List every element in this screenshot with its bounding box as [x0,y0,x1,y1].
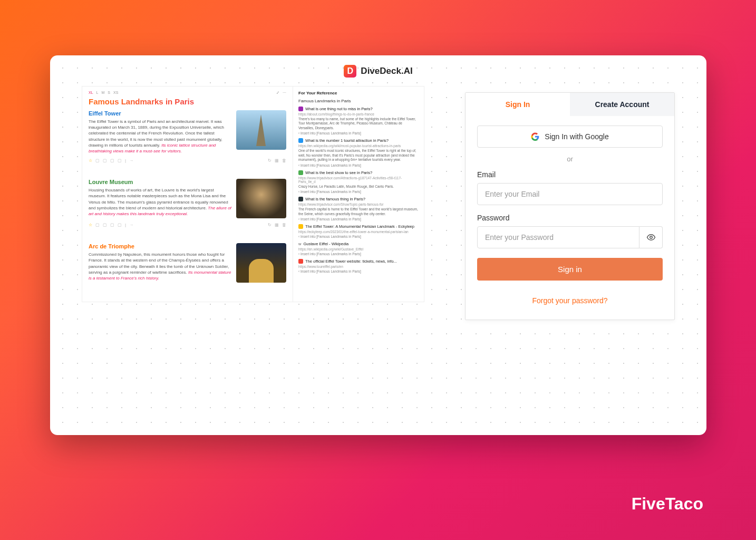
size-tab-xs[interactable]: XS [113,91,118,95]
reference-question: What is the famous thing in Paris? [305,197,365,201]
reference-item: The official Eiffel Tower website: ticke… [298,259,419,273]
refresh-icon[interactable]: ↻ [268,223,272,227]
image-icon[interactable]: ▦ [275,223,279,227]
reference-item: wGustave Eiffel - Wikipedia https://en.w… [298,242,419,256]
email-field[interactable] [477,183,663,205]
google-signin-button[interactable]: Sign In with Google [477,126,663,148]
tool-icon[interactable]: ▢ [110,223,114,227]
forgot-password-link[interactable]: Forgot your password? [477,296,663,309]
tool-icon[interactable]: ▢ [95,158,100,163]
section-body: The Eiffel Tower is a symbol of Paris an… [89,119,232,154]
size-tab-m[interactable]: M [101,91,104,95]
toggle-password-visibility[interactable] [639,226,663,248]
source-badge-icon [298,107,303,111]
image-icon[interactable]: ▦ [275,158,279,163]
reference-question: What is the number 1 tourist attraction … [305,138,389,143]
reference-desc: One of the world's most iconic structure… [298,149,419,162]
email-label: Email [477,170,663,179]
brand-watermark: FiveTaco [632,494,703,514]
section-louvre: Louvre Museum Housing thousands of works… [89,179,286,238]
references-column: For Your Reference Famous Landmarks in P… [293,86,424,302]
section-image [236,110,286,150]
wiki-icon: w [298,242,301,246]
reference-url: https://about.com/blog/things-to-do-in-p… [298,112,419,116]
source-badge-icon [298,170,303,175]
section-toolbar: ☆ ▢ ▢ ▢ ▢ | → ↻ ▦ 🗑 [89,158,286,163]
tool-icon[interactable]: ▢ [103,158,107,163]
references-subtitle: Famous Landmarks in Paris [298,99,419,103]
reference-item: What is the famous thing in Paris? https… [298,197,419,221]
content-panel: XL L M S XS ⤢ ⋯ Famous Landmarks in Pari… [82,86,424,302]
svg-point-0 [650,236,652,239]
size-tab-l[interactable]: L [96,91,99,95]
size-tab-s[interactable]: S [108,91,110,95]
reference-insert[interactable]: ‹ Insert into [Famous Landmarks in Paris… [298,190,419,194]
arrow-right-icon[interactable]: → [129,223,133,227]
google-icon [531,132,539,141]
auth-card: Sign In Create Account Sign In with Goog… [465,92,675,320]
reference-url: https://en.wikipedia.org/wiki/most-popul… [298,144,419,148]
divider-icon: | [125,223,126,227]
reference-insert[interactable]: ‹ Insert into [Famous Landmarks in Paris… [298,269,419,273]
tab-signin[interactable]: Sign In [466,93,570,116]
references-heading: For Your Reference [298,91,419,95]
arrow-right-icon[interactable]: → [129,158,133,163]
reference-desc: There's too many to name, but some of th… [298,117,419,130]
document-column: XL L M S XS ⤢ ⋯ Famous Landmarks in Pari… [82,86,293,302]
section-body: Housing thousands of works of art, the L… [89,187,232,217]
eye-icon [646,233,656,242]
reference-insert[interactable]: ‹ Insert into [Famous Landmarks in Paris… [298,163,419,167]
reference-question: Gustave Eiffel - Wikipedia [303,242,348,246]
reference-item: What is the number 1 tourist attraction … [298,138,419,167]
reference-insert[interactable]: ‹ Insert into [Famous Landmarks in Paris… [298,131,419,135]
delete-icon[interactable]: 🗑 [282,158,286,163]
section-arc: Arc de Triomphe Commissioned by Napoleon… [89,243,286,283]
tool-icon[interactable]: ▢ [118,158,122,163]
reference-url: https://www.toureiffel.paris/en [298,265,419,268]
section-image [236,243,286,283]
reference-question: What is the best show to see in Paris? [305,170,372,175]
source-badge-icon [298,259,303,264]
reference-insert[interactable]: ‹ Insert into [Famous Landmarks in Paris… [298,235,419,238]
reference-desc: Crazy Horse, Le Paradis Latin, Moulin Ro… [298,185,419,189]
app-title: DiveDeck.AI [361,66,412,76]
tool-icon[interactable]: ▢ [118,223,122,227]
refresh-icon[interactable]: ↻ [268,158,272,163]
tool-icon[interactable]: ▢ [103,223,107,227]
reference-insert[interactable]: ‹ Insert into [Famous Landmarks in Paris… [298,217,419,221]
divider-text: or [477,155,663,163]
app-frame: D DiveDeck.AI XL L M S XS ⤢ ⋯ Famous Lan… [50,55,706,435]
signin-button[interactable]: Sign in [477,258,663,281]
section-image [236,179,286,218]
document-title: Famous Landmarks in Paris [89,97,286,106]
section-toolbar: ☆ ▢ ▢ ▢ ▢ | → ↻ ▦ 🗑 [89,223,286,227]
app-logo: D DiveDeck.AI [344,65,412,78]
logo-icon: D [344,65,356,78]
reference-url: https://www.tripadvisor.com/ShowTopic-pa… [298,202,419,206]
section-body: Commissioned by Napoleon, this monument … [89,252,232,281]
section-title: Louvre Museum [89,179,232,185]
tool-icon[interactable]: ▢ [95,223,100,227]
expand-icon[interactable]: ⤢ [276,91,279,95]
reference-desc: The French capital is home to the Eiffel… [298,207,419,216]
size-tab-xl[interactable]: XL [89,91,93,95]
section-title: Arc de Triomphe [89,243,232,249]
auth-form-body: Sign In with Google or Email Password Si… [466,116,674,320]
star-icon[interactable]: ☆ [89,223,92,227]
reference-url: https://eckyleep.com/2023/01/the-eiffel-… [298,230,419,234]
delete-icon[interactable]: 🗑 [282,223,286,227]
tool-icon[interactable]: ▢ [110,158,114,163]
more-icon[interactable]: ⋯ [283,91,286,95]
password-field[interactable] [477,226,639,248]
reference-insert[interactable]: ‹ Insert into [Famous Landmarks in Paris… [298,252,419,256]
source-badge-icon [298,197,303,201]
reference-question: What is one thing not to miss in Paris? [305,107,373,111]
tab-create-account[interactable]: Create Account [570,93,674,116]
auth-tabs: Sign In Create Account [466,93,674,116]
star-icon[interactable]: ☆ [89,158,92,163]
app-header: D DiveDeck.AI [50,65,706,78]
section-eiffel: Eiffel Tower The Eiffel Tower is a symbo… [89,110,286,173]
source-badge-icon [298,138,303,143]
reference-question: The Eiffel Tower: A Monumental Parisian … [305,224,414,229]
reference-question: The official Eiffel Tower website: ticke… [305,259,397,264]
